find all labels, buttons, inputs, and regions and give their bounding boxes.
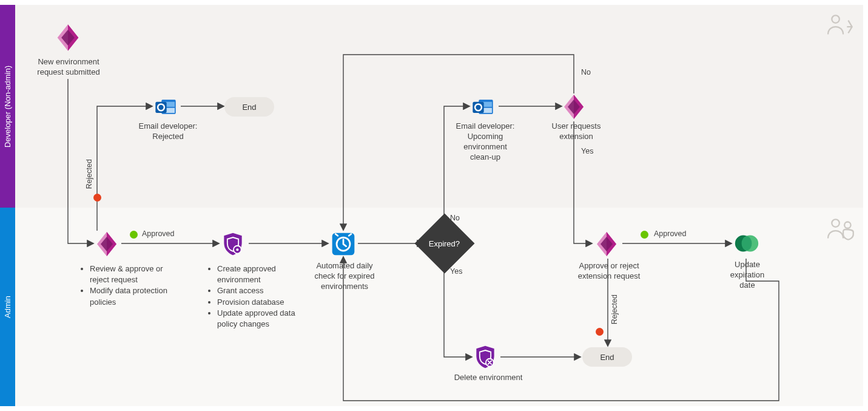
status-dot-rejected [93, 194, 101, 202]
lane-label-developer: Developer (Non-admin) [0, 5, 15, 208]
node-create-env-list: Create approved environment Grant access… [206, 263, 314, 330]
powerapps-icon [92, 229, 121, 259]
svg-point-0 [832, 15, 839, 22]
node-end-2: End [582, 347, 632, 367]
node-email-cleanup-label: Email developer:Upcomingenvironmentclean… [452, 121, 519, 163]
list-item: Create approved environment [217, 263, 314, 285]
edge-label-rejected-1: Rejected [85, 159, 93, 189]
node-review-approve-list: Review & approve or reject request Modif… [79, 263, 181, 308]
svg-point-16 [236, 248, 238, 251]
svg-point-2 [844, 222, 850, 228]
node-approve-extension-label: Approve or rejectextension request [574, 261, 644, 282]
outlook-icon [153, 95, 178, 119]
developer-lane-icon [827, 13, 857, 38]
list-item: Provision database [217, 297, 314, 308]
shield-delete-icon [472, 344, 499, 370]
node-end-1: End [224, 97, 274, 117]
svg-point-1 [832, 219, 839, 227]
status-dot-approved [130, 231, 138, 239]
status-dot-rejected [596, 328, 604, 336]
outlook-icon [471, 95, 495, 119]
node-new-request-label: New environmentrequest submitted [32, 57, 105, 78]
admin-lane-icon [827, 217, 857, 242]
edge-label-yes-2: Yes [581, 147, 593, 155]
node-email-rejected-label: Email developer:Rejected [135, 121, 201, 142]
list-item: Modify data protection policies [90, 285, 181, 307]
node-user-extension-label: User requestsextension [546, 121, 607, 142]
edge-label-no-1: No [450, 214, 460, 222]
dataverse-icon [733, 229, 761, 257]
flow-diagram: Developer (Non-admin) Admin [0, 0, 868, 411]
powerapps-icon [52, 22, 84, 53]
powerapps-icon [559, 92, 588, 121]
edge-label-approved-1: Approved [142, 229, 175, 238]
list-item: Grant access [217, 285, 314, 296]
powerapps-icon [592, 229, 621, 259]
node-daily-check-label: Automated dailycheck for expiredenvironm… [309, 261, 380, 292]
list-item: Review & approve or reject request [90, 263, 181, 285]
shield-gear-icon [220, 231, 246, 257]
node-delete-env-label: Delete environment [449, 373, 528, 383]
decision-expired-label: Expired? [429, 239, 460, 248]
list-item: Update approved data policy changes [217, 308, 314, 330]
scheduled-flow-icon [330, 231, 357, 257]
lane-label-admin: Admin [0, 208, 15, 406]
edge-label-approved-2: Approved [654, 229, 687, 238]
edge-label-no-2: No [581, 68, 591, 76]
status-dot-approved [641, 231, 648, 239]
lane-developer-bg [15, 5, 863, 208]
node-update-expiration-label: Updateexpirationdate [723, 260, 772, 291]
edge-label-rejected-2: Rejected [610, 294, 619, 324]
edge-label-yes-1: Yes [450, 267, 462, 276]
